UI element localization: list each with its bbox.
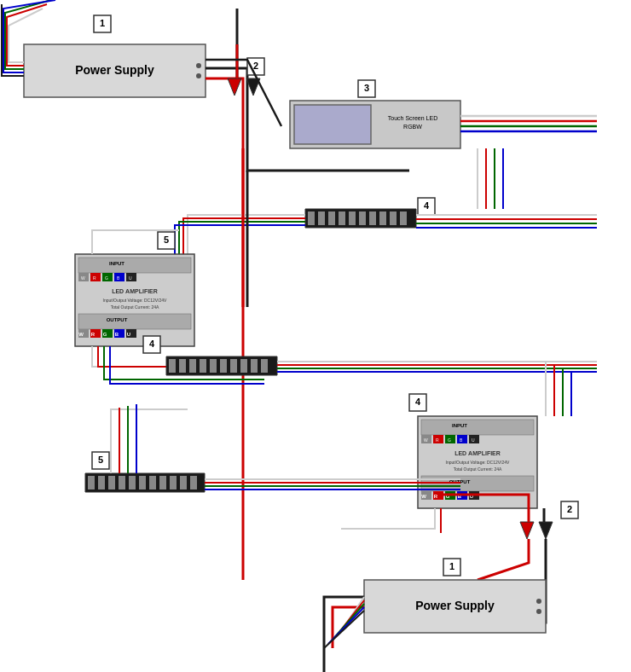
diagram-container [0,0,631,672]
wiring-diagram [0,0,631,672]
